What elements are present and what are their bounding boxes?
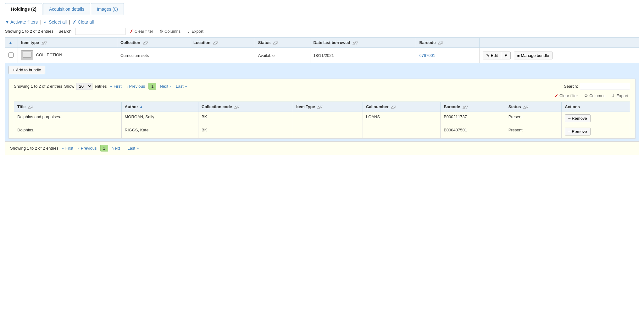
- sort-icon-cn[interactable]: △▽: [391, 105, 396, 109]
- sort-up-icon[interactable]: ▲: [8, 40, 13, 45]
- clear-filter-button[interactable]: ✗ Clear filter: [128, 28, 155, 35]
- last-page-button[interactable]: Last »: [174, 83, 188, 89]
- clear-filter-label: Clear filter: [135, 29, 153, 34]
- inner-table-row: Dolphins and porpoises. MORGAN, Sally BK…: [14, 112, 630, 125]
- sort-icon-location[interactable]: △▽: [213, 41, 218, 45]
- select-all-link[interactable]: Select all: [49, 19, 67, 25]
- previous-page-button[interactable]: ‹ Previous: [125, 83, 147, 89]
- inner-row-act-1: – Remove: [562, 125, 630, 138]
- search-input[interactable]: [75, 28, 125, 35]
- edit-dropdown-button[interactable]: ▼: [501, 52, 511, 59]
- bottom-pagination: Showing 1 to 2 of 2 entries « First ‹ Pr…: [5, 141, 639, 155]
- row-checkbox[interactable]: [8, 52, 14, 58]
- manage-bundle-label: Manage bundle: [521, 53, 549, 58]
- inner-row-cn-1: [363, 125, 441, 138]
- check-icon: ✓: [44, 19, 47, 25]
- row-status-value: Available: [258, 53, 275, 58]
- bottom-last-button[interactable]: Last »: [126, 145, 140, 151]
- inner-row-act-0: – Remove: [562, 112, 630, 125]
- columns-label: Columns: [164, 29, 180, 34]
- toolbar-row: Showing 1 to 2 of 2 entries Search: ✗ Cl…: [5, 28, 639, 35]
- col-barcode: Barcode △▽: [416, 38, 479, 48]
- inner-col-cc-label: Collection code: [202, 104, 232, 109]
- inner-row-bc-0: B000211737: [441, 112, 505, 125]
- inner-col-bc-label: Barcode: [444, 104, 460, 109]
- inner-row-title-1: Dolphins.: [14, 125, 122, 138]
- x-icon: ✗: [73, 19, 76, 25]
- inner-clear-filter-label: Clear filter: [559, 93, 578, 98]
- col-date-last-borrowed: Date last borrowed △▽: [310, 38, 416, 48]
- tab-acquisition[interactable]: Acquisition details: [43, 3, 90, 15]
- sort-icon-st[interactable]: △▽: [523, 105, 528, 109]
- inner-show-label: Show: [64, 84, 75, 89]
- inner-tools-row: ✗ Clear filter ⚙ Columns ⇓ Export: [14, 92, 630, 99]
- inner-row-title-0: Dolphins and porpoises.: [14, 112, 122, 125]
- inner-export-button[interactable]: ⇓ Export: [610, 92, 630, 99]
- inner-columns-button[interactable]: ⚙ Columns: [582, 92, 607, 99]
- col-barcode-label: Barcode: [419, 40, 436, 45]
- col-status: Status △▽: [255, 38, 310, 48]
- row-date-value: 18/11/2021: [314, 53, 334, 58]
- inner-table-header: Title △▽ Author ▲ Collection code: [14, 102, 630, 112]
- sort-icon-bc[interactable]: △▽: [463, 105, 468, 109]
- inner-clear-filter-button[interactable]: ✗ Clear filter: [553, 92, 580, 99]
- edit-button[interactable]: ✎ Edit: [483, 52, 501, 59]
- inner-row-st-0: Present: [505, 112, 562, 125]
- col-date-label: Date last borrowed: [314, 40, 350, 45]
- main-table: ▲ Item type △▽ Collection △▽ Location △▽…: [5, 37, 639, 141]
- col-item-type-label: Item type: [21, 40, 39, 45]
- bottom-next-button[interactable]: Next ›: [110, 145, 124, 151]
- manage-bundle-button[interactable]: ■ Manage bundle: [514, 52, 553, 59]
- row-status-cell: Available: [255, 48, 310, 63]
- tab-bar: Holdings (2) Acquisition details Images …: [0, 0, 644, 15]
- barcode-link[interactable]: 6767001: [419, 53, 435, 58]
- add-to-bundle-button[interactable]: + Add to bundle: [8, 66, 45, 74]
- inner-search-input[interactable]: [580, 83, 630, 90]
- col-status-label: Status: [258, 40, 271, 45]
- next-page-button[interactable]: Next ›: [158, 83, 172, 89]
- col-location-label: Location: [193, 40, 210, 45]
- inner-col-act-label: Actions: [565, 104, 580, 109]
- inner-col-collection-code: Collection code △▽: [198, 102, 293, 112]
- sort-icon-collection[interactable]: △▽: [143, 41, 148, 45]
- inner-row-cc-1: BK: [198, 125, 293, 138]
- first-page-button[interactable]: « First: [109, 83, 123, 89]
- inner-row-author-1: RIGGS, Kate: [121, 125, 198, 138]
- tab-images[interactable]: Images (0): [91, 3, 124, 15]
- clear-all-link[interactable]: Clear all: [78, 19, 94, 25]
- activate-filters-link[interactable]: Activate filters: [10, 19, 38, 25]
- row-location-cell: [190, 48, 255, 63]
- sort-icon-status[interactable]: △▽: [273, 41, 278, 45]
- remove-button-0[interactable]: – Remove: [565, 114, 590, 122]
- inner-row-cc-0: BK: [198, 112, 293, 125]
- inner-col-actions: Actions: [562, 102, 630, 112]
- inner-col-st-label: Status: [508, 104, 521, 109]
- show-entries-select[interactable]: 10 20 50 100: [76, 83, 92, 90]
- sort-icon-it[interactable]: △▽: [317, 105, 322, 109]
- bottom-first-button[interactable]: « First: [60, 145, 75, 151]
- bundle-cell: + Add to bundle Showing 1 to 2 of 2 entr…: [5, 63, 639, 141]
- sort-icon-item-type[interactable]: △▽: [42, 41, 47, 45]
- remove-button-1[interactable]: – Remove: [565, 128, 590, 135]
- row-checkbox-cell: [5, 48, 18, 63]
- export-button[interactable]: ⇓ Export: [185, 28, 205, 35]
- inner-section: Showing 1 to 2 of 2 entries Show 10 20 5…: [8, 79, 636, 139]
- tab-holdings[interactable]: Holdings (2): [5, 3, 42, 15]
- sort-up-author-icon[interactable]: ▲: [139, 104, 143, 109]
- bottom-showing-text: Showing 1 to 2 of 2 entries: [10, 146, 58, 151]
- sort-icon-date[interactable]: △▽: [353, 41, 358, 45]
- columns-button[interactable]: ⚙ Columns: [158, 28, 182, 35]
- row-barcode-cell: 6767001: [416, 48, 479, 63]
- sort-icon-cc[interactable]: △▽: [234, 105, 239, 109]
- collection-icon: [21, 50, 33, 60]
- inner-pagination-top: Showing 1 to 2 of 2 entries Show 10 20 5…: [14, 83, 630, 90]
- bottom-previous-button[interactable]: ‹ Previous: [77, 145, 98, 151]
- col-actions: [479, 38, 639, 48]
- inner-row-it-1: [293, 125, 363, 138]
- bottom-current-page: 1: [100, 145, 108, 152]
- col-checkbox: ▲: [5, 38, 18, 48]
- inner-export-icon: ⇓: [612, 93, 615, 98]
- sort-icon-title[interactable]: △▽: [28, 105, 33, 109]
- entries-label: entries: [94, 84, 107, 89]
- sort-icon-barcode[interactable]: △▽: [438, 41, 443, 45]
